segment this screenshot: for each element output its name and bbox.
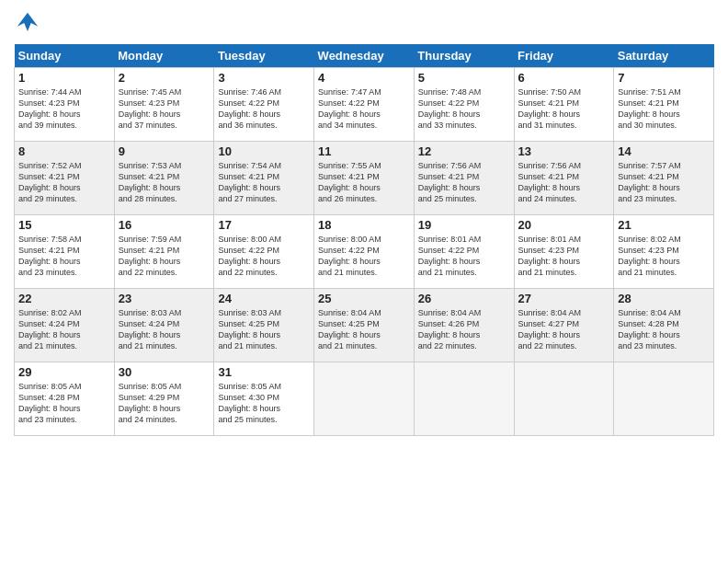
weekday-header: Saturday bbox=[614, 44, 714, 68]
calendar-cell: 12Sunrise: 7:56 AM Sunset: 4:21 PM Dayli… bbox=[414, 142, 514, 215]
calendar-cell: 6Sunrise: 7:50 AM Sunset: 4:21 PM Daylig… bbox=[514, 68, 614, 142]
day-number: 10 bbox=[218, 144, 310, 158]
day-info: Sunrise: 8:01 AM Sunset: 4:23 PM Dayligh… bbox=[518, 234, 610, 279]
day-number: 27 bbox=[518, 292, 610, 305]
calendar-cell: 14Sunrise: 7:57 AM Sunset: 4:21 PM Dayli… bbox=[614, 142, 714, 215]
day-info: Sunrise: 7:54 AM Sunset: 4:21 PM Dayligh… bbox=[218, 160, 310, 205]
day-number: 28 bbox=[618, 292, 710, 305]
day-info: Sunrise: 7:45 AM Sunset: 4:23 PM Dayligh… bbox=[119, 86, 210, 132]
weekday-header: Monday bbox=[114, 44, 214, 68]
logo-icon bbox=[14, 9, 41, 37]
day-info: Sunrise: 8:00 AM Sunset: 4:22 PM Dayligh… bbox=[218, 234, 310, 279]
day-number: 19 bbox=[418, 218, 510, 232]
day-number: 12 bbox=[418, 144, 510, 158]
calendar-cell: 16Sunrise: 7:59 AM Sunset: 4:21 PM Dayli… bbox=[114, 215, 214, 289]
calendar-cell: 28Sunrise: 8:04 AM Sunset: 4:28 PM Dayli… bbox=[614, 289, 714, 362]
day-info: Sunrise: 7:56 AM Sunset: 4:21 PM Dayligh… bbox=[518, 160, 610, 205]
calendar-cell: 26Sunrise: 8:04 AM Sunset: 4:26 PM Dayli… bbox=[414, 289, 514, 362]
calendar-cell: 8Sunrise: 7:52 AM Sunset: 4:21 PM Daylig… bbox=[15, 142, 115, 215]
calendar-cell: 20Sunrise: 8:01 AM Sunset: 4:23 PM Dayli… bbox=[514, 215, 614, 289]
calendar-cell: 10Sunrise: 7:54 AM Sunset: 4:21 PM Dayli… bbox=[214, 142, 314, 215]
weekday-header: Wednesday bbox=[314, 44, 415, 68]
calendar-header-row: SundayMondayTuesdayWednesdayThursdayFrid… bbox=[15, 44, 714, 68]
day-info: Sunrise: 8:01 AM Sunset: 4:22 PM Dayligh… bbox=[418, 234, 510, 279]
calendar-week-row: 29Sunrise: 8:05 AM Sunset: 4:28 PM Dayli… bbox=[15, 362, 714, 436]
day-info: Sunrise: 7:46 AM Sunset: 4:22 PM Dayligh… bbox=[218, 86, 310, 132]
calendar-week-row: 15Sunrise: 7:58 AM Sunset: 4:21 PM Dayli… bbox=[15, 215, 714, 289]
day-number: 26 bbox=[418, 292, 510, 305]
weekday-header: Thursday bbox=[414, 44, 514, 68]
logo bbox=[14, 9, 45, 37]
day-info: Sunrise: 7:44 AM Sunset: 4:23 PM Dayligh… bbox=[18, 86, 110, 132]
day-info: Sunrise: 8:04 AM Sunset: 4:26 PM Dayligh… bbox=[418, 307, 510, 352]
day-number: 9 bbox=[119, 144, 210, 158]
day-number: 6 bbox=[518, 71, 610, 85]
page-container: SundayMondayTuesdayWednesdayThursdayFrid… bbox=[0, 0, 728, 445]
day-info: Sunrise: 8:05 AM Sunset: 4:30 PM Dayligh… bbox=[218, 381, 310, 426]
day-info: Sunrise: 7:58 AM Sunset: 4:21 PM Dayligh… bbox=[18, 234, 110, 279]
day-number: 15 bbox=[18, 218, 110, 232]
day-number: 4 bbox=[318, 71, 410, 85]
calendar-cell: 5Sunrise: 7:48 AM Sunset: 4:22 PM Daylig… bbox=[414, 68, 514, 142]
day-info: Sunrise: 8:02 AM Sunset: 4:24 PM Dayligh… bbox=[18, 307, 110, 352]
day-info: Sunrise: 7:52 AM Sunset: 4:21 PM Dayligh… bbox=[18, 160, 110, 205]
day-number: 18 bbox=[318, 218, 410, 232]
calendar-cell: 3Sunrise: 7:46 AM Sunset: 4:22 PM Daylig… bbox=[214, 68, 314, 142]
day-info: Sunrise: 7:50 AM Sunset: 4:21 PM Dayligh… bbox=[518, 86, 610, 132]
day-number: 23 bbox=[119, 292, 210, 305]
day-number: 11 bbox=[318, 144, 410, 158]
day-number: 21 bbox=[618, 218, 710, 232]
calendar-cell: 18Sunrise: 8:00 AM Sunset: 4:22 PM Dayli… bbox=[314, 215, 415, 289]
calendar-cell bbox=[614, 362, 714, 436]
calendar-week-row: 1Sunrise: 7:44 AM Sunset: 4:23 PM Daylig… bbox=[15, 68, 714, 142]
calendar-cell: 27Sunrise: 8:04 AM Sunset: 4:27 PM Dayli… bbox=[514, 289, 614, 362]
calendar-cell: 15Sunrise: 7:58 AM Sunset: 4:21 PM Dayli… bbox=[15, 215, 115, 289]
day-info: Sunrise: 8:05 AM Sunset: 4:28 PM Dayligh… bbox=[18, 381, 110, 426]
weekday-header: Friday bbox=[514, 44, 614, 68]
day-info: Sunrise: 8:04 AM Sunset: 4:27 PM Dayligh… bbox=[518, 307, 610, 352]
calendar-cell: 13Sunrise: 7:56 AM Sunset: 4:21 PM Dayli… bbox=[514, 142, 614, 215]
day-info: Sunrise: 7:59 AM Sunset: 4:21 PM Dayligh… bbox=[119, 234, 210, 279]
day-number: 14 bbox=[618, 144, 710, 158]
day-number: 31 bbox=[218, 365, 310, 379]
day-number: 1 bbox=[18, 71, 110, 85]
calendar-cell: 30Sunrise: 8:05 AM Sunset: 4:29 PM Dayli… bbox=[114, 362, 214, 436]
calendar-cell: 24Sunrise: 8:03 AM Sunset: 4:25 PM Dayli… bbox=[214, 289, 314, 362]
day-info: Sunrise: 8:04 AM Sunset: 4:28 PM Dayligh… bbox=[618, 307, 710, 352]
day-info: Sunrise: 8:00 AM Sunset: 4:22 PM Dayligh… bbox=[318, 234, 410, 279]
calendar-cell: 25Sunrise: 8:04 AM Sunset: 4:25 PM Dayli… bbox=[314, 289, 415, 362]
calendar-cell: 4Sunrise: 7:47 AM Sunset: 4:22 PM Daylig… bbox=[314, 68, 415, 142]
calendar-cell: 17Sunrise: 8:00 AM Sunset: 4:22 PM Dayli… bbox=[214, 215, 314, 289]
day-number: 7 bbox=[618, 71, 710, 85]
svg-marker-0 bbox=[17, 13, 39, 31]
day-number: 2 bbox=[119, 71, 210, 85]
calendar-cell bbox=[414, 362, 514, 436]
weekday-header: Sunday bbox=[15, 44, 115, 68]
day-number: 22 bbox=[18, 292, 110, 305]
day-number: 3 bbox=[218, 71, 310, 85]
day-number: 5 bbox=[418, 71, 510, 85]
calendar-cell: 21Sunrise: 8:02 AM Sunset: 4:23 PM Dayli… bbox=[614, 215, 714, 289]
calendar-cell: 23Sunrise: 8:03 AM Sunset: 4:24 PM Dayli… bbox=[114, 289, 214, 362]
day-info: Sunrise: 7:53 AM Sunset: 4:21 PM Dayligh… bbox=[119, 160, 210, 205]
calendar-cell: 9Sunrise: 7:53 AM Sunset: 4:21 PM Daylig… bbox=[114, 142, 214, 215]
day-number: 16 bbox=[119, 218, 210, 232]
day-info: Sunrise: 8:03 AM Sunset: 4:24 PM Dayligh… bbox=[119, 307, 210, 352]
day-number: 20 bbox=[518, 218, 610, 232]
day-number: 8 bbox=[18, 144, 110, 158]
calendar-cell: 7Sunrise: 7:51 AM Sunset: 4:21 PM Daylig… bbox=[614, 68, 714, 142]
calendar-week-row: 22Sunrise: 8:02 AM Sunset: 4:24 PM Dayli… bbox=[15, 289, 714, 362]
calendar-cell bbox=[514, 362, 614, 436]
day-info: Sunrise: 7:51 AM Sunset: 4:21 PM Dayligh… bbox=[618, 86, 710, 132]
header bbox=[14, 9, 714, 37]
day-info: Sunrise: 8:05 AM Sunset: 4:29 PM Dayligh… bbox=[119, 381, 210, 426]
day-number: 30 bbox=[119, 365, 210, 379]
day-number: 29 bbox=[18, 365, 110, 379]
calendar-cell bbox=[314, 362, 415, 436]
day-number: 17 bbox=[218, 218, 310, 232]
calendar-cell: 22Sunrise: 8:02 AM Sunset: 4:24 PM Dayli… bbox=[15, 289, 115, 362]
calendar-cell: 29Sunrise: 8:05 AM Sunset: 4:28 PM Dayli… bbox=[15, 362, 115, 436]
calendar-cell: 19Sunrise: 8:01 AM Sunset: 4:22 PM Dayli… bbox=[414, 215, 514, 289]
calendar-cell: 11Sunrise: 7:55 AM Sunset: 4:21 PM Dayli… bbox=[314, 142, 415, 215]
calendar-table: SundayMondayTuesdayWednesdayThursdayFrid… bbox=[14, 44, 714, 436]
